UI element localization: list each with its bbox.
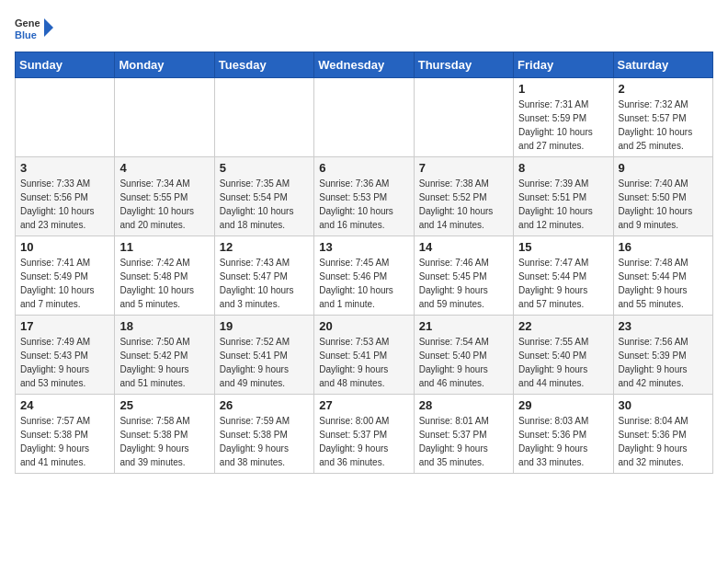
- day-info: Sunrise: 7:43 AM Sunset: 5:47 PM Dayligh…: [220, 256, 309, 311]
- header-day-friday: Friday: [514, 52, 613, 78]
- day-info: Sunrise: 8:03 AM Sunset: 5:36 PM Dayligh…: [518, 414, 608, 469]
- calendar-cell: 25Sunrise: 7:58 AM Sunset: 5:38 PM Dayli…: [115, 395, 214, 474]
- day-number: 4: [119, 161, 209, 175]
- calendar-cell: 21Sunrise: 7:54 AM Sunset: 5:40 PM Dayli…: [414, 316, 513, 395]
- day-number: 19: [220, 319, 309, 333]
- calendar-cell: 23Sunrise: 7:56 AM Sunset: 5:39 PM Dayli…: [613, 316, 712, 395]
- day-number: 28: [419, 398, 508, 412]
- day-number: 14: [419, 240, 508, 254]
- day-number: 12: [220, 240, 309, 254]
- calendar-cell: 10Sunrise: 7:41 AM Sunset: 5:49 PM Dayli…: [16, 236, 115, 316]
- day-number: 15: [518, 240, 608, 254]
- day-info: Sunrise: 7:49 AM Sunset: 5:43 PM Dayligh…: [20, 335, 109, 390]
- day-info: Sunrise: 7:39 AM Sunset: 5:51 PM Dayligh…: [518, 177, 608, 232]
- calendar-cell: [16, 78, 115, 157]
- calendar-cell: 5Sunrise: 7:35 AM Sunset: 5:54 PM Daylig…: [214, 157, 313, 236]
- week-row-5: 24Sunrise: 7:57 AM Sunset: 5:38 PM Dayli…: [16, 395, 713, 474]
- calendar-cell: 19Sunrise: 7:52 AM Sunset: 5:41 PM Dayli…: [214, 316, 313, 395]
- calendar-cell: 8Sunrise: 7:39 AM Sunset: 5:51 PM Daylig…: [514, 157, 613, 236]
- day-number: 22: [518, 319, 608, 333]
- calendar-cell: 6Sunrise: 7:36 AM Sunset: 5:53 PM Daylig…: [314, 157, 414, 236]
- calendar-header: SundayMondayTuesdayWednesdayThursdayFrid…: [16, 52, 713, 78]
- header-day-wednesday: Wednesday: [314, 52, 414, 78]
- calendar-cell: 24Sunrise: 7:57 AM Sunset: 5:38 PM Dayli…: [16, 395, 115, 474]
- day-info: Sunrise: 7:56 AM Sunset: 5:39 PM Dayligh…: [619, 335, 708, 390]
- day-number: 26: [220, 398, 309, 412]
- svg-marker-4: [44, 18, 53, 37]
- logo-arrow-icon: [42, 15, 55, 40]
- calendar-cell: [115, 78, 214, 157]
- day-number: 13: [319, 240, 408, 254]
- day-info: Sunrise: 7:36 AM Sunset: 5:53 PM Dayligh…: [319, 177, 408, 232]
- header-row: SundayMondayTuesdayWednesdayThursdayFrid…: [16, 52, 713, 78]
- day-number: 20: [319, 319, 408, 333]
- calendar-cell: 17Sunrise: 7:49 AM Sunset: 5:43 PM Dayli…: [16, 316, 115, 395]
- day-info: Sunrise: 7:52 AM Sunset: 5:41 PM Dayligh…: [220, 335, 309, 390]
- day-number: 18: [119, 319, 209, 333]
- page-header: General Blue: [15, 15, 713, 40]
- day-number: 2: [619, 82, 708, 96]
- calendar-cell: 18Sunrise: 7:50 AM Sunset: 5:42 PM Dayli…: [115, 316, 214, 395]
- day-info: Sunrise: 7:50 AM Sunset: 5:42 PM Dayligh…: [119, 335, 209, 390]
- day-info: Sunrise: 7:41 AM Sunset: 5:49 PM Dayligh…: [20, 256, 109, 311]
- day-number: 6: [319, 161, 408, 175]
- day-number: 8: [518, 161, 608, 175]
- day-info: Sunrise: 7:31 AM Sunset: 5:59 PM Dayligh…: [518, 98, 608, 153]
- day-info: Sunrise: 8:00 AM Sunset: 5:37 PM Dayligh…: [319, 414, 408, 469]
- header-day-saturday: Saturday: [613, 52, 712, 78]
- calendar-cell: 29Sunrise: 8:03 AM Sunset: 5:36 PM Dayli…: [514, 395, 613, 474]
- week-row-2: 3Sunrise: 7:33 AM Sunset: 5:56 PM Daylig…: [16, 157, 713, 236]
- day-number: 9: [619, 161, 708, 175]
- week-row-1: 1Sunrise: 7:31 AM Sunset: 5:59 PM Daylig…: [16, 78, 713, 157]
- calendar-cell: 15Sunrise: 7:47 AM Sunset: 5:44 PM Dayli…: [514, 236, 613, 316]
- day-number: 24: [20, 398, 109, 412]
- day-info: Sunrise: 7:42 AM Sunset: 5:48 PM Dayligh…: [119, 256, 209, 311]
- header-day-tuesday: Tuesday: [214, 52, 313, 78]
- header-day-sunday: Sunday: [16, 52, 115, 78]
- day-info: Sunrise: 7:45 AM Sunset: 5:46 PM Dayligh…: [319, 256, 408, 311]
- week-row-3: 10Sunrise: 7:41 AM Sunset: 5:49 PM Dayli…: [16, 236, 713, 316]
- calendar-cell: 3Sunrise: 7:33 AM Sunset: 5:56 PM Daylig…: [16, 157, 115, 236]
- svg-text:General: General: [15, 17, 40, 29]
- day-number: 11: [119, 240, 209, 254]
- calendar-cell: 30Sunrise: 8:04 AM Sunset: 5:36 PM Dayli…: [613, 395, 712, 474]
- calendar-cell: [414, 78, 513, 157]
- day-info: Sunrise: 7:34 AM Sunset: 5:55 PM Dayligh…: [119, 177, 209, 232]
- calendar-cell: 1Sunrise: 7:31 AM Sunset: 5:59 PM Daylig…: [514, 78, 613, 157]
- calendar-cell: [214, 78, 313, 157]
- day-number: 30: [619, 398, 708, 412]
- calendar-cell: [314, 78, 414, 157]
- day-number: 10: [20, 240, 109, 254]
- day-info: Sunrise: 7:54 AM Sunset: 5:40 PM Dayligh…: [419, 335, 508, 390]
- logo-svg-icon: General Blue: [15, 15, 40, 40]
- header-day-thursday: Thursday: [414, 52, 513, 78]
- calendar-cell: 16Sunrise: 7:48 AM Sunset: 5:44 PM Dayli…: [613, 236, 712, 316]
- day-info: Sunrise: 7:53 AM Sunset: 5:41 PM Dayligh…: [319, 335, 408, 390]
- calendar-cell: 11Sunrise: 7:42 AM Sunset: 5:48 PM Dayli…: [115, 236, 214, 316]
- day-info: Sunrise: 7:57 AM Sunset: 5:38 PM Dayligh…: [20, 414, 109, 469]
- day-info: Sunrise: 7:59 AM Sunset: 5:38 PM Dayligh…: [220, 414, 309, 469]
- svg-text:Blue: Blue: [15, 29, 37, 40]
- calendar-cell: 26Sunrise: 7:59 AM Sunset: 5:38 PM Dayli…: [214, 395, 313, 474]
- calendar-cell: 22Sunrise: 7:55 AM Sunset: 5:40 PM Dayli…: [514, 316, 613, 395]
- calendar-table: SundayMondayTuesdayWednesdayThursdayFrid…: [15, 52, 713, 474]
- calendar-cell: 4Sunrise: 7:34 AM Sunset: 5:55 PM Daylig…: [115, 157, 214, 236]
- day-number: 29: [518, 398, 608, 412]
- calendar-cell: 12Sunrise: 7:43 AM Sunset: 5:47 PM Dayli…: [214, 236, 313, 316]
- day-info: Sunrise: 8:04 AM Sunset: 5:36 PM Dayligh…: [619, 414, 708, 469]
- week-row-4: 17Sunrise: 7:49 AM Sunset: 5:43 PM Dayli…: [16, 316, 713, 395]
- day-info: Sunrise: 7:38 AM Sunset: 5:52 PM Dayligh…: [419, 177, 508, 232]
- calendar-body: 1Sunrise: 7:31 AM Sunset: 5:59 PM Daylig…: [16, 78, 713, 474]
- day-number: 27: [319, 398, 408, 412]
- calendar-cell: 2Sunrise: 7:32 AM Sunset: 5:57 PM Daylig…: [613, 78, 712, 157]
- calendar-cell: 14Sunrise: 7:46 AM Sunset: 5:45 PM Dayli…: [414, 236, 513, 316]
- calendar-cell: 7Sunrise: 7:38 AM Sunset: 5:52 PM Daylig…: [414, 157, 513, 236]
- logo: General Blue: [15, 15, 55, 40]
- day-info: Sunrise: 7:40 AM Sunset: 5:50 PM Dayligh…: [619, 177, 708, 232]
- calendar-cell: 28Sunrise: 8:01 AM Sunset: 5:37 PM Dayli…: [414, 395, 513, 474]
- calendar-cell: 13Sunrise: 7:45 AM Sunset: 5:46 PM Dayli…: [314, 236, 414, 316]
- day-info: Sunrise: 7:55 AM Sunset: 5:40 PM Dayligh…: [518, 335, 608, 390]
- day-number: 17: [20, 319, 109, 333]
- day-info: Sunrise: 7:46 AM Sunset: 5:45 PM Dayligh…: [419, 256, 508, 311]
- day-number: 5: [220, 161, 309, 175]
